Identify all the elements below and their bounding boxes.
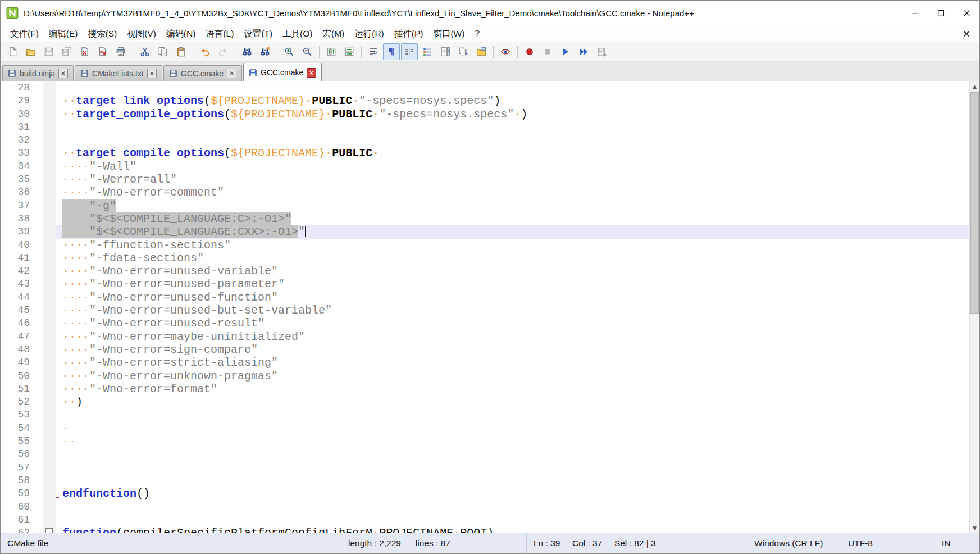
menu-view[interactable]: 视图(V) [122,26,161,42]
fold-margin[interactable] [43,304,56,317]
fold-margin[interactable] [43,501,56,514]
line-number[interactable]: 48 [1,343,37,356]
code-line[interactable]: 33··target_compile_options(${PROJECTNAME… [1,147,969,160]
line-number[interactable]: 37 [1,199,37,212]
line-text[interactable]: ····"-Wno-error=unused-variable" [56,265,969,278]
menu-help[interactable]: ? [470,26,485,42]
toolbar-save-all-button[interactable] [58,43,75,60]
fold-margin[interactable] [43,81,56,94]
tab-close-icon[interactable] [307,68,316,78]
line-number[interactable]: 46 [1,317,37,330]
toolbar-replace-button[interactable] [257,43,274,60]
fold-margin[interactable] [43,370,56,383]
fold-margin[interactable] [43,94,56,107]
fold-margin[interactable] [43,383,56,396]
tab-build.ninja[interactable]: build.ninja [2,65,74,81]
line-number[interactable]: 50 [1,370,37,383]
toolbar-open-file-button[interactable] [22,43,39,60]
line-number[interactable]: 58 [1,474,37,487]
bookmark-margin[interactable] [37,173,43,186]
fold-margin[interactable] [43,147,56,160]
tab-GCC.cmake[interactable]: GCC.cmake [243,63,322,81]
toolbar-macro-stop-button[interactable] [539,43,556,60]
code-line[interactable]: 31 [1,121,969,134]
menu-window[interactable]: 窗口(W) [428,26,470,42]
code-line[interactable]: 46····"-Wno-error=unused-result" [1,317,969,330]
line-number[interactable]: 52 [1,396,37,408]
bookmark-margin[interactable] [37,278,43,290]
menu-file[interactable]: 文件(F) [5,26,44,42]
line-text[interactable]: ··target_compile_options(${PROJECTNAME}·… [56,108,969,121]
line-text[interactable]: ·· [56,435,969,448]
menu-macro[interactable]: 宏(M) [317,26,349,42]
tab-close-icon[interactable] [147,69,157,78]
code-line[interactable]: 56 [1,448,969,461]
line-number[interactable]: 62 [1,526,37,533]
toolbar-cut-button[interactable] [136,43,153,60]
menu-language[interactable]: 语言(L) [200,26,239,42]
line-number[interactable]: 40 [1,239,37,252]
line-text[interactable]: ··target_compile_options(${PROJECTNAME}·… [56,147,969,160]
menu-run[interactable]: 运行(R) [349,26,389,42]
code-line[interactable]: 62function(compilerSpecificPlatformConfi… [1,526,969,533]
menu-plugins[interactable]: 插件(P) [389,26,429,42]
line-number[interactable]: 57 [1,461,37,474]
toolbar-paste-button[interactable] [172,43,189,60]
code-line[interactable]: 44····"-Wno-error=unused-function" [1,291,969,304]
code-line[interactable]: 42····"-Wno-error=unused-variable" [1,265,969,278]
tab-GCC.cmake[interactable]: GCC.cmake [163,65,242,81]
toolbar-folder-as-workspace-button[interactable] [473,43,490,60]
toolbar-zoom-in-button[interactable] [281,43,298,60]
bookmark-margin[interactable] [37,514,43,526]
line-number[interactable]: 41 [1,252,37,265]
bookmark-margin[interactable] [37,199,43,212]
line-number[interactable]: 55 [1,435,37,448]
fold-margin[interactable] [43,343,56,356]
code-line[interactable]: 59endfunction() [1,487,969,500]
scroll-up-icon[interactable]: ▲ [970,81,979,91]
line-text[interactable] [56,81,969,94]
code-line[interactable]: 58 [1,474,969,487]
line-text[interactable]: function(compilerSpecificPlatformConfigL… [56,526,969,533]
code-line[interactable]: 35····"-Werror=all" [1,173,969,186]
toolbar-find-button[interactable] [239,43,256,60]
line-text[interactable]: ····"-Wno-error=strict-aliasing" [56,356,969,369]
code-line[interactable]: 37 "-g" [1,199,969,212]
line-number[interactable]: 44 [1,291,37,304]
fold-margin[interactable] [43,514,56,526]
menu-edit[interactable]: 编辑(E) [44,26,83,42]
line-text[interactable]: ····"-Wno-error=format" [56,383,969,396]
vertical-scrollbar[interactable]: ▲ ▼ [969,81,979,533]
bookmark-margin[interactable] [37,239,43,252]
line-number[interactable]: 47 [1,330,37,343]
scroll-down-icon[interactable]: ▼ [970,523,979,533]
toolbar-close-file-button[interactable] [76,43,93,60]
line-number[interactable]: 45 [1,304,37,317]
bookmark-margin[interactable] [37,134,43,147]
code-line[interactable]: 54· [1,422,969,435]
fold-margin[interactable] [43,422,56,435]
toolbar-macro-save-button[interactable] [593,43,610,60]
bookmark-margin[interactable] [37,186,43,199]
line-text[interactable]: ····"-Wno-error=comment" [56,186,969,199]
minimize-button[interactable] [902,1,928,25]
line-number[interactable]: 49 [1,356,37,369]
toolbar-monitoring-button[interactable] [497,43,514,60]
bookmark-margin[interactable] [37,330,43,343]
line-number[interactable]: 54 [1,422,37,435]
close-button[interactable] [954,1,979,25]
toolbar-word-wrap-button[interactable] [365,43,382,60]
fold-margin[interactable] [43,526,56,533]
bookmark-margin[interactable] [37,291,43,304]
line-text[interactable] [56,514,969,526]
line-text[interactable]: ····"-ffunction-sections" [56,239,969,252]
line-number[interactable]: 38 [1,212,37,225]
bookmark-margin[interactable] [37,304,43,317]
menubar-close-icon[interactable] [958,25,975,42]
toolbar-macro-record-button[interactable] [521,43,538,60]
fold-margin[interactable] [43,239,56,252]
line-text[interactable]: ····"-Werror=all" [56,173,969,186]
fold-margin[interactable] [43,356,56,369]
fold-margin[interactable] [43,487,56,500]
line-text[interactable]: "-g" [56,199,969,212]
